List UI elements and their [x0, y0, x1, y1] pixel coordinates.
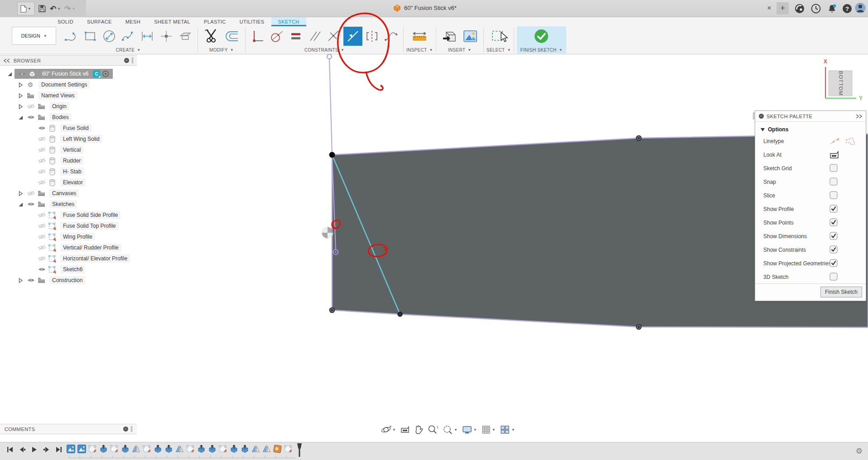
show-constraints-checkbox[interactable] — [829, 245, 838, 255]
perpendicular-constraint-button[interactable] — [324, 27, 343, 46]
visibility-eye-icon-hidden[interactable] — [36, 180, 47, 185]
timeline-feature-sketch-8[interactable] — [142, 444, 151, 453]
parallel-constraint-button[interactable] — [305, 27, 324, 46]
tree-row-bodies[interactable]: Bodies — [0, 112, 137, 123]
tree-row-vertical-rudder-profile[interactable]: Vertical/ Rudder Profile — [0, 242, 137, 253]
timeline-feature-appearance-20[interactable] — [273, 444, 282, 453]
tree-row-wing-profile[interactable]: Wing Profile — [0, 231, 137, 242]
visibility-eye-icon-visible[interactable] — [36, 267, 47, 272]
viewcube[interactable]: BOTTOM X Y — [818, 58, 865, 105]
look-at-button[interactable] — [400, 425, 410, 435]
tab-mesh[interactable]: MESH — [119, 17, 147, 26]
tree-row-origin[interactable]: Origin — [0, 101, 137, 112]
visibility-eye-icon-hidden[interactable] — [25, 191, 36, 196]
tab-solid[interactable]: SOLID — [51, 17, 80, 26]
timeline-feature-extrude-16[interactable] — [229, 444, 238, 453]
measure-button[interactable] — [409, 27, 430, 46]
notifications-button[interactable] — [826, 3, 837, 14]
visibility-eye-icon-visible[interactable] — [16, 71, 27, 77]
expand-arrow-icon[interactable] — [15, 191, 25, 196]
timeline-feature-extrude-10[interactable] — [164, 444, 173, 453]
timeline-feature-mirror-18[interactable] — [251, 444, 260, 453]
tree-row-elevator[interactable]: Elevator — [0, 177, 137, 188]
timeline-feature-extrude-9[interactable] — [153, 444, 162, 453]
modify-group-label[interactable]: MODIFY▼ — [209, 46, 234, 53]
collapse-panel-icon[interactable] — [4, 58, 10, 63]
go-to-start-button[interactable] — [6, 446, 14, 453]
timeline-feature-mirror-7[interactable] — [131, 444, 140, 453]
show-projected-geometries-checkbox[interactable] — [829, 259, 838, 269]
palette-options-icon[interactable]: − — [759, 114, 764, 119]
visibility-eye-icon-hidden[interactable] — [36, 212, 47, 218]
tab-surface[interactable]: SURFACE — [80, 17, 119, 26]
expand-arrow-icon[interactable] — [15, 104, 25, 109]
finish-sketch-button[interactable] — [531, 27, 552, 46]
close-document-button[interactable]: × — [764, 3, 775, 14]
tree-row-horizontal-elevator-profile[interactable]: Horizontal/ Elevator Profile — [0, 253, 137, 264]
snap-checkbox[interactable] — [829, 177, 838, 187]
activate-component-icon[interactable] — [100, 70, 111, 77]
go-to-end-button[interactable] — [55, 446, 63, 453]
expand-arrow-icon[interactable] — [15, 93, 25, 98]
tab-utilities[interactable]: UTILITIES — [233, 17, 271, 26]
zoom-button[interactable]: ± — [427, 425, 438, 435]
create-circle-button[interactable] — [100, 27, 119, 46]
timeline-playhead[interactable] — [297, 443, 302, 457]
visibility-eye-icon-visible[interactable] — [25, 201, 36, 207]
comments-options-icon[interactable]: − — [123, 426, 128, 431]
panel-resize-grip[interactable] — [132, 58, 133, 63]
user-avatar[interactable] — [855, 2, 866, 13]
timeline-feature-sketch-15[interactable] — [218, 444, 227, 453]
constraint-point[interactable] — [637, 325, 641, 330]
timeline-feature-canvas-1[interactable] — [66, 444, 75, 453]
timeline-feature-extrude-6[interactable] — [121, 444, 130, 453]
visibility-eye-icon-visible[interactable] — [25, 278, 36, 283]
cloud-status-badge[interactable]: C — [93, 70, 100, 77]
tab-plastic[interactable]: PLASTIC — [197, 17, 233, 26]
sketch-grid-checkbox[interactable] — [829, 164, 838, 174]
redo-button[interactable]: ↷▼ — [64, 2, 75, 15]
curvature-constraint-button[interactable] — [381, 27, 400, 46]
orbit-button[interactable]: ▼ — [381, 425, 396, 435]
extensions-button[interactable] — [794, 3, 805, 14]
grid-snap-button[interactable]: ▼ — [481, 425, 496, 435]
tree-row-sketch6[interactable]: Sketch6 — [0, 264, 137, 275]
job-status-button[interactable] — [810, 3, 821, 14]
insert-canvas-button[interactable] — [460, 27, 481, 46]
trim-button[interactable] — [201, 27, 222, 46]
tree-row-canvases[interactable]: Canvases — [0, 188, 137, 199]
construction-linetype-icon[interactable] — [829, 137, 840, 148]
timeline-feature-mirror-19[interactable] — [262, 444, 271, 453]
construction-line-upper[interactable] — [329, 59, 332, 155]
constraints-group-label[interactable]: CONSTRAINTS▼ — [304, 46, 344, 53]
look-at-sketch-icon[interactable] — [829, 150, 839, 161]
tree-row-rudder[interactable]: Rudder — [0, 155, 137, 166]
projected-linetype-icon[interactable] — [845, 137, 855, 148]
tangent-constraint-button[interactable] — [267, 27, 286, 46]
tree-row-construction[interactable]: Construction — [0, 275, 137, 286]
create-project-button[interactable] — [176, 27, 195, 46]
tree-row-left-wing-solid[interactable]: Left Wing Solid — [0, 134, 137, 144]
tree-row-document-settings[interactable]: ⚙Document Settings — [0, 79, 137, 90]
visibility-eye-icon-visible[interactable] — [25, 115, 36, 120]
3d-sketch-checkbox[interactable] — [829, 273, 838, 283]
show-profile-checkbox[interactable] — [829, 205, 838, 215]
collapse-palette-icon[interactable] — [856, 114, 862, 119]
display-settings-button[interactable]: ▼ — [462, 425, 477, 435]
collapse-arrow-icon[interactable] — [5, 72, 14, 77]
slice-checkbox[interactable] — [829, 191, 838, 201]
offset-button[interactable] — [222, 27, 242, 46]
tab-sheet-metal[interactable]: SHEET METAL — [147, 17, 197, 26]
create-spline-button[interactable] — [119, 27, 138, 46]
constraint-point[interactable] — [637, 136, 641, 141]
pan-button[interactable] — [414, 425, 423, 435]
tree-row-h-stab[interactable]: H- Stab — [0, 166, 137, 177]
timeline-feature-extrude-4[interactable] — [99, 444, 108, 453]
constraint-point[interactable] — [330, 308, 335, 313]
timeline-feature-extrude-14[interactable] — [207, 444, 217, 453]
timeline-feature-sketch-5[interactable] — [110, 444, 119, 453]
tree-row-fuse-solid-side-profile[interactable]: Fuse Solid Side Profile — [0, 210, 137, 220]
file-menu-button[interactable]: ▼ — [17, 2, 34, 15]
new-document-tab-button[interactable]: + — [776, 2, 789, 14]
sketch-point-black[interactable] — [329, 152, 335, 158]
